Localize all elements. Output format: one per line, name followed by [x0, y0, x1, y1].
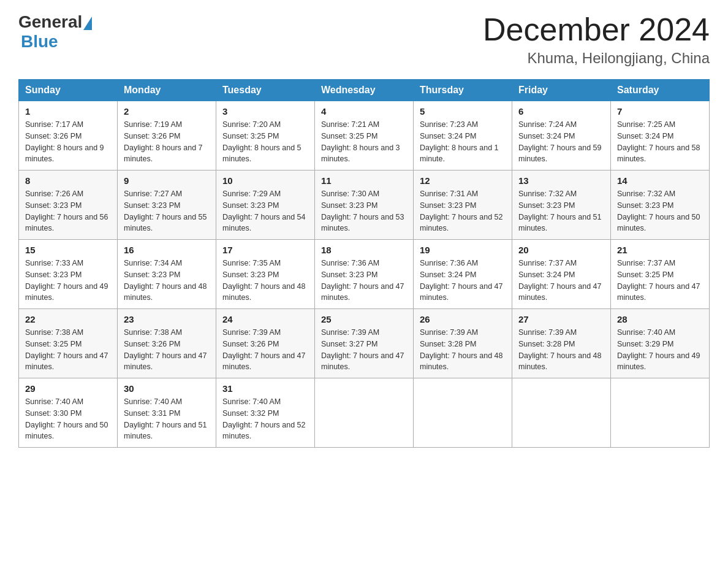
header-wednesday: Wednesday	[315, 80, 414, 101]
day-number: 4	[321, 106, 407, 117]
calendar-cell: 23 Sunrise: 7:38 AM Sunset: 3:26 PM Dayl…	[118, 309, 216, 378]
day-number: 26	[420, 314, 506, 324]
day-number: 11	[321, 175, 407, 186]
day-number: 12	[420, 175, 506, 186]
calendar-week-row: 22 Sunrise: 7:38 AM Sunset: 3:25 PM Dayl…	[19, 309, 710, 378]
day-number: 6	[518, 106, 604, 117]
calendar-cell: 14 Sunrise: 7:32 AM Sunset: 3:23 PM Dayl…	[611, 170, 710, 240]
calendar-header-row: SundayMondayTuesdayWednesdayThursdayFrid…	[19, 80, 710, 101]
calendar-title: December 2024	[483, 12, 710, 47]
day-info: Sunrise: 7:26 AM Sunset: 3:23 PM Dayligh…	[25, 188, 111, 234]
day-info: Sunrise: 7:29 AM Sunset: 3:23 PM Dayligh…	[222, 188, 308, 234]
day-number: 28	[617, 314, 703, 324]
calendar-cell	[611, 378, 710, 448]
logo-general-text: General	[18, 12, 82, 32]
calendar-week-row: 1 Sunrise: 7:17 AM Sunset: 3:26 PM Dayli…	[19, 101, 710, 170]
page-header: General Blue December 2024 Khuma, Heilon…	[18, 12, 710, 67]
day-info: Sunrise: 7:39 AM Sunset: 3:28 PM Dayligh…	[420, 327, 506, 373]
day-info: Sunrise: 7:31 AM Sunset: 3:23 PM Dayligh…	[420, 188, 506, 234]
day-number: 2	[124, 106, 210, 117]
calendar-cell	[512, 378, 611, 448]
calendar-cell: 15 Sunrise: 7:33 AM Sunset: 3:23 PM Dayl…	[19, 240, 118, 309]
day-number: 27	[518, 314, 604, 324]
day-number: 10	[222, 175, 308, 186]
day-number: 13	[518, 175, 604, 186]
calendar-cell: 3 Sunrise: 7:20 AM Sunset: 3:25 PM Dayli…	[216, 101, 315, 170]
calendar-week-row: 8 Sunrise: 7:26 AM Sunset: 3:23 PM Dayli…	[19, 170, 710, 240]
day-info: Sunrise: 7:17 AM Sunset: 3:26 PM Dayligh…	[25, 119, 111, 165]
day-info: Sunrise: 7:19 AM Sunset: 3:26 PM Dayligh…	[124, 119, 210, 165]
header-thursday: Thursday	[414, 80, 512, 101]
calendar-cell: 25 Sunrise: 7:39 AM Sunset: 3:27 PM Dayl…	[315, 309, 414, 378]
calendar-cell: 9 Sunrise: 7:27 AM Sunset: 3:23 PM Dayli…	[118, 170, 216, 240]
day-number: 30	[124, 383, 210, 394]
calendar-cell: 19 Sunrise: 7:36 AM Sunset: 3:24 PM Dayl…	[414, 240, 512, 309]
day-number: 19	[420, 245, 506, 255]
day-number: 21	[617, 245, 703, 255]
calendar-cell: 13 Sunrise: 7:32 AM Sunset: 3:23 PM Dayl…	[512, 170, 611, 240]
header-friday: Friday	[512, 80, 611, 101]
day-number: 18	[321, 245, 407, 255]
header-sunday: Sunday	[19, 80, 118, 101]
day-number: 17	[222, 245, 308, 255]
day-info: Sunrise: 7:30 AM Sunset: 3:23 PM Dayligh…	[321, 188, 407, 234]
calendar-cell: 18 Sunrise: 7:36 AM Sunset: 3:23 PM Dayl…	[315, 240, 414, 309]
day-info: Sunrise: 7:37 AM Sunset: 3:24 PM Dayligh…	[518, 258, 604, 304]
logo-triangle-icon	[83, 17, 92, 30]
day-info: Sunrise: 7:23 AM Sunset: 3:24 PM Dayligh…	[420, 119, 506, 165]
day-number: 9	[124, 175, 210, 186]
day-info: Sunrise: 7:38 AM Sunset: 3:25 PM Dayligh…	[25, 327, 111, 373]
day-info: Sunrise: 7:27 AM Sunset: 3:23 PM Dayligh…	[124, 188, 210, 234]
day-number: 31	[222, 383, 308, 394]
calendar-week-row: 15 Sunrise: 7:33 AM Sunset: 3:23 PM Dayl…	[19, 240, 710, 309]
day-number: 25	[321, 314, 407, 324]
day-info: Sunrise: 7:35 AM Sunset: 3:23 PM Dayligh…	[222, 258, 308, 304]
day-info: Sunrise: 7:39 AM Sunset: 3:27 PM Dayligh…	[321, 327, 407, 373]
day-number: 16	[124, 245, 210, 255]
day-number: 14	[617, 175, 703, 186]
calendar-cell: 28 Sunrise: 7:40 AM Sunset: 3:29 PM Dayl…	[611, 309, 710, 378]
calendar-cell: 31 Sunrise: 7:40 AM Sunset: 3:32 PM Dayl…	[216, 378, 315, 448]
day-info: Sunrise: 7:21 AM Sunset: 3:25 PM Dayligh…	[321, 119, 407, 165]
day-number: 7	[617, 106, 703, 117]
calendar-week-row: 29 Sunrise: 7:40 AM Sunset: 3:30 PM Dayl…	[19, 378, 710, 448]
day-info: Sunrise: 7:39 AM Sunset: 3:26 PM Dayligh…	[222, 327, 308, 373]
day-info: Sunrise: 7:33 AM Sunset: 3:23 PM Dayligh…	[25, 258, 111, 304]
calendar-cell: 7 Sunrise: 7:25 AM Sunset: 3:24 PM Dayli…	[611, 101, 710, 170]
logo: General Blue	[18, 12, 93, 52]
calendar-cell: 11 Sunrise: 7:30 AM Sunset: 3:23 PM Dayl…	[315, 170, 414, 240]
day-info: Sunrise: 7:37 AM Sunset: 3:25 PM Dayligh…	[617, 258, 703, 304]
calendar-cell	[315, 378, 414, 448]
calendar-cell: 16 Sunrise: 7:34 AM Sunset: 3:23 PM Dayl…	[118, 240, 216, 309]
header-saturday: Saturday	[611, 80, 710, 101]
calendar-cell: 30 Sunrise: 7:40 AM Sunset: 3:31 PM Dayl…	[118, 378, 216, 448]
calendar-cell: 2 Sunrise: 7:19 AM Sunset: 3:26 PM Dayli…	[118, 101, 216, 170]
day-info: Sunrise: 7:40 AM Sunset: 3:30 PM Dayligh…	[25, 396, 111, 442]
calendar-cell	[414, 378, 512, 448]
day-info: Sunrise: 7:36 AM Sunset: 3:23 PM Dayligh…	[321, 258, 407, 304]
calendar-cell: 29 Sunrise: 7:40 AM Sunset: 3:30 PM Dayl…	[19, 378, 118, 448]
header-monday: Monday	[118, 80, 216, 101]
logo-blue-text: Blue	[21, 32, 58, 52]
day-number: 8	[25, 175, 111, 186]
day-number: 22	[25, 314, 111, 324]
day-info: Sunrise: 7:36 AM Sunset: 3:24 PM Dayligh…	[420, 258, 506, 304]
day-number: 29	[25, 383, 111, 394]
day-number: 24	[222, 314, 308, 324]
day-info: Sunrise: 7:25 AM Sunset: 3:24 PM Dayligh…	[617, 119, 703, 165]
calendar-cell: 4 Sunrise: 7:21 AM Sunset: 3:25 PM Dayli…	[315, 101, 414, 170]
day-info: Sunrise: 7:20 AM Sunset: 3:25 PM Dayligh…	[222, 119, 308, 165]
day-number: 15	[25, 245, 111, 255]
title-block: December 2024 Khuma, Heilongjiang, China	[483, 12, 710, 67]
day-number: 3	[222, 106, 308, 117]
day-info: Sunrise: 7:32 AM Sunset: 3:23 PM Dayligh…	[518, 188, 604, 234]
day-info: Sunrise: 7:38 AM Sunset: 3:26 PM Dayligh…	[124, 327, 210, 373]
calendar-cell: 12 Sunrise: 7:31 AM Sunset: 3:23 PM Dayl…	[414, 170, 512, 240]
day-number: 5	[420, 106, 506, 117]
calendar-cell: 17 Sunrise: 7:35 AM Sunset: 3:23 PM Dayl…	[216, 240, 315, 309]
day-info: Sunrise: 7:39 AM Sunset: 3:28 PM Dayligh…	[518, 327, 604, 373]
day-number: 20	[518, 245, 604, 255]
calendar-cell: 10 Sunrise: 7:29 AM Sunset: 3:23 PM Dayl…	[216, 170, 315, 240]
calendar-cell: 6 Sunrise: 7:24 AM Sunset: 3:24 PM Dayli…	[512, 101, 611, 170]
calendar-table: SundayMondayTuesdayWednesdayThursdayFrid…	[18, 79, 710, 448]
